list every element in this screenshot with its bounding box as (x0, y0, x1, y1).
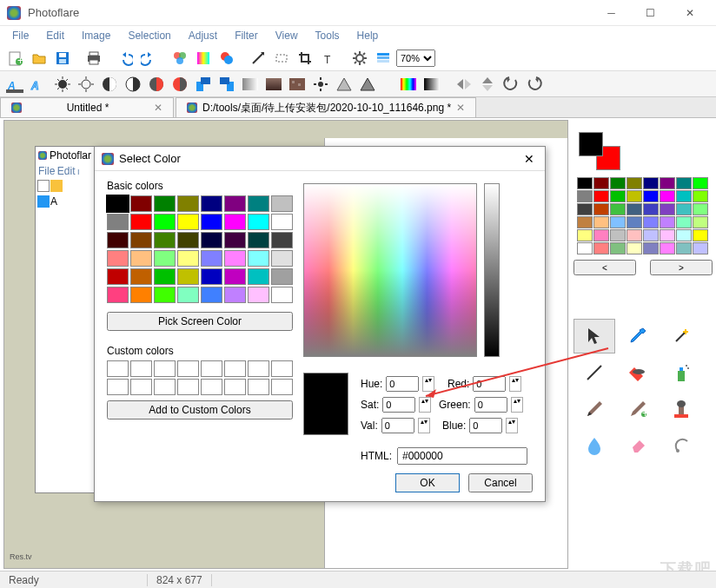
close-tab-icon[interactable]: ✕ (154, 102, 162, 114)
cancel-button[interactable]: Cancel (468, 473, 533, 492)
contrast-down-button[interactable] (123, 74, 143, 95)
basic-color-swatch[interactable] (248, 287, 269, 303)
basic-color-swatch[interactable] (201, 268, 222, 285)
basic-color-swatch[interactable] (224, 195, 246, 212)
saturation-button[interactable] (146, 74, 167, 95)
palette-swatch[interactable] (676, 190, 692, 202)
open-button[interactable] (29, 48, 50, 69)
palette-swatch[interactable] (626, 190, 642, 202)
line-tool-button[interactable] (248, 48, 268, 69)
palette-swatch[interactable] (676, 216, 692, 228)
triangle-up-button[interactable] (334, 74, 355, 95)
menu-view[interactable]: View (267, 28, 307, 43)
palette-swatch[interactable] (593, 216, 609, 228)
basic-color-swatch[interactable] (248, 195, 269, 212)
basic-color-swatch[interactable] (154, 287, 176, 303)
gradient-vert-button[interactable] (263, 74, 284, 95)
basic-color-swatch[interactable] (271, 287, 293, 303)
palette-swatch[interactable] (610, 177, 626, 189)
palette-swatch[interactable] (626, 177, 642, 189)
val-input[interactable] (381, 418, 414, 433)
layers-button[interactable] (373, 48, 394, 69)
menu-adjust[interactable]: Adjust (180, 28, 226, 43)
basic-color-swatch[interactable] (107, 195, 129, 212)
palette-prev-button[interactable]: < (573, 260, 636, 275)
palette-swatch[interactable] (693, 216, 708, 228)
palette-next-button[interactable]: > (650, 260, 713, 275)
smudge-tool[interactable] (660, 428, 702, 463)
spinner-icon[interactable]: ▴▾ (422, 376, 434, 392)
palette-swatch[interactable] (693, 190, 708, 202)
palette-swatch[interactable] (610, 229, 626, 241)
flip-horiz-button[interactable] (454, 74, 474, 95)
palette-swatch[interactable] (577, 216, 593, 228)
palette-swatch[interactable] (577, 203, 593, 215)
undo-button[interactable] (115, 48, 136, 69)
basic-color-swatch[interactable] (154, 268, 176, 285)
spinner-icon[interactable]: ▴▾ (506, 418, 518, 433)
brightness-down-button[interactable] (76, 74, 96, 95)
palette-swatch[interactable] (643, 242, 659, 254)
palette-swatch[interactable] (676, 203, 692, 215)
close-icon[interactable]: ✕ (520, 152, 538, 166)
basic-color-swatch[interactable] (154, 232, 176, 248)
basic-color-swatch[interactable] (130, 232, 152, 248)
gradient-horiz-button[interactable] (240, 74, 261, 95)
basic-color-swatch[interactable] (201, 287, 222, 303)
close-tab-icon[interactable]: ✕ (456, 102, 465, 114)
basic-color-swatch[interactable] (107, 250, 129, 267)
basic-color-swatch[interactable] (130, 287, 152, 303)
desaturation-button[interactable] (169, 74, 190, 95)
red-input[interactable] (473, 376, 506, 392)
basic-color-swatch[interactable] (201, 232, 222, 248)
basic-color-swatch[interactable] (271, 232, 293, 248)
basic-color-swatch[interactable] (248, 268, 269, 285)
eyedropper-tool[interactable] (617, 319, 659, 353)
spinner-icon[interactable]: ▴▾ (511, 397, 523, 413)
basic-color-swatch[interactable] (201, 214, 222, 230)
new-button[interactable]: + (5, 48, 26, 69)
tab-untitled[interactable]: Untitled * ✕ (0, 97, 174, 117)
basic-color-swatch[interactable] (271, 214, 293, 230)
spray-tool[interactable] (660, 355, 702, 390)
basic-color-swatch[interactable] (201, 250, 222, 267)
eraser-tool[interactable] (617, 428, 659, 463)
palette-swatch[interactable] (577, 229, 593, 241)
palette-swatch[interactable] (676, 177, 692, 189)
maximize-button[interactable]: ☐ (631, 0, 670, 26)
sat-input[interactable] (382, 397, 415, 413)
palette-swatch[interactable] (660, 216, 675, 228)
crop-button[interactable] (295, 48, 315, 69)
blur-tool[interactable] (573, 428, 615, 463)
palette-swatch[interactable] (593, 203, 609, 215)
ok-button[interactable]: OK (395, 473, 460, 492)
zoom-select[interactable]: 70% (396, 50, 435, 67)
palette-swatch[interactable] (593, 242, 609, 254)
palette-swatch[interactable] (610, 242, 626, 254)
html-color-input[interactable] (397, 447, 527, 465)
basic-color-swatch[interactable] (130, 250, 152, 267)
basic-color-swatch[interactable] (177, 232, 199, 248)
palette-swatch[interactable] (610, 190, 626, 202)
palette-swatch[interactable] (660, 229, 675, 241)
rotate-cw-button[interactable] (524, 74, 545, 95)
hue-input[interactable] (386, 376, 419, 392)
basic-color-swatch[interactable] (107, 287, 129, 303)
basic-color-swatch[interactable] (177, 287, 199, 303)
basic-color-swatch[interactable] (130, 214, 152, 230)
spinner-icon[interactable]: ▴▾ (419, 397, 431, 413)
basic-color-swatch[interactable] (107, 232, 129, 248)
basic-color-swatch[interactable] (248, 232, 269, 248)
save-button[interactable] (52, 48, 73, 69)
palette-swatch[interactable] (643, 203, 659, 215)
menu-selection[interactable]: Selection (119, 28, 179, 43)
palette-swatch[interactable] (577, 177, 593, 189)
basic-color-swatch[interactable] (271, 268, 293, 285)
redo-button[interactable] (138, 48, 159, 69)
palette-swatch[interactable] (676, 229, 692, 241)
basic-color-swatch[interactable] (248, 250, 269, 267)
tab-file[interactable]: D:/tools/桌面/待上传安装包/2020-10-10_111646.png… (176, 97, 476, 117)
line-tool[interactable] (573, 355, 615, 390)
palette-swatch[interactable] (577, 190, 593, 202)
palette-swatch[interactable] (593, 177, 609, 189)
